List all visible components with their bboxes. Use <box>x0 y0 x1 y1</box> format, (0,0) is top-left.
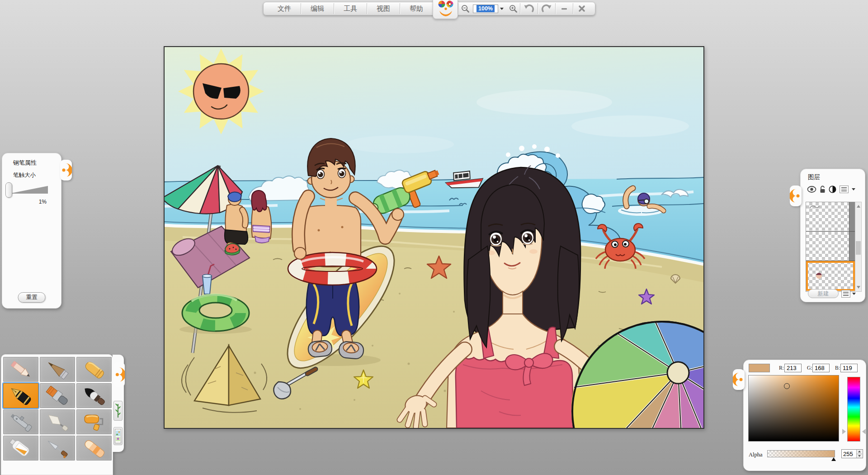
menu-edit[interactable]: 编辑 <box>301 2 334 15</box>
brush-size-label: 笔触大小 <box>13 171 36 179</box>
layer-menu-button[interactable] <box>840 185 849 193</box>
layers-bottom-menu-caret[interactable] <box>852 293 856 295</box>
new-layer-button[interactable]: 新建 <box>808 289 839 298</box>
close-icon <box>578 5 586 13</box>
green-input[interactable] <box>812 364 830 372</box>
alpha-marker[interactable] <box>831 457 836 461</box>
layer-list <box>806 202 855 292</box>
layer-scrollbar[interactable] <box>855 202 862 292</box>
menu-file[interactable]: 文件 <box>268 2 301 15</box>
panel-ear-tab[interactable] <box>60 160 72 180</box>
watermelon-slice <box>225 243 240 255</box>
menu-view[interactable]: 视图 <box>367 2 400 15</box>
brush-fountain-pen[interactable] <box>3 383 38 408</box>
panel-ear-tab[interactable] <box>733 369 745 390</box>
app-logo <box>433 2 458 15</box>
redo-button[interactable] <box>538 3 555 14</box>
brush-size-value: 1% <box>30 199 47 205</box>
menu-tools[interactable]: 工具 <box>334 2 367 15</box>
layer-item-3-selected[interactable] <box>806 261 855 291</box>
reset-button[interactable]: 重置 <box>18 292 46 303</box>
opacity-contrast-icon[interactable] <box>829 185 836 193</box>
brush-paint-roller[interactable] <box>76 409 112 434</box>
brush-palette-knife[interactable] <box>40 409 75 434</box>
plant-icon <box>115 403 121 419</box>
cloud <box>571 115 689 137</box>
scroll-up-arrow[interactable] <box>857 205 860 208</box>
zoom-out-icon <box>461 5 470 13</box>
color-picker-panel: R: G: B: Alpha <box>743 360 866 471</box>
red-input[interactable] <box>784 364 802 372</box>
brush-size-slider-handle[interactable] <box>5 182 12 198</box>
layers-panel-title: 图层 <box>808 173 820 181</box>
layer-scribble <box>809 204 820 210</box>
zoom-in-icon <box>509 5 518 13</box>
alpha-spin-up[interactable] <box>857 450 862 454</box>
brush-size-slider[interactable] <box>9 186 48 194</box>
visibility-eye-icon[interactable] <box>807 186 816 193</box>
green-label: G: <box>807 365 812 370</box>
brush-side-strip <box>113 355 124 452</box>
girl-hair-left-lock <box>467 246 491 347</box>
layers-bottom-menu-button[interactable] <box>841 290 850 298</box>
pen-properties-panel: 钢笔属性 笔触大小 1% 重置 <box>2 153 61 309</box>
layer-item-2[interactable] <box>806 232 855 261</box>
brush-palette-panel <box>1 354 113 475</box>
lock-icon[interactable] <box>820 185 826 193</box>
brush-liner-brush[interactable] <box>40 436 75 461</box>
brush-airbrush[interactable] <box>3 409 38 434</box>
brush-grid <box>3 357 112 461</box>
layers-panel: 图层 新建 <box>800 169 865 302</box>
green-swim-ring <box>179 295 252 334</box>
hue-arrow-right[interactable] <box>862 429 866 434</box>
brush-crayon[interactable] <box>76 357 112 382</box>
zoom-level-field[interactable]: 100% <box>473 5 498 13</box>
brush-flat-brush[interactable] <box>40 383 75 408</box>
brush-eraser[interactable] <box>76 436 112 461</box>
menu-help[interactable]: 帮助 <box>400 2 433 15</box>
zoom-level-value: 100% <box>476 5 495 12</box>
alpha-slider[interactable] <box>767 450 835 457</box>
cloud <box>476 90 612 115</box>
alpha-input[interactable] <box>842 450 856 458</box>
pen-panel-title: 钢笔属性 <box>13 159 37 167</box>
panel-ear-tab[interactable] <box>790 185 802 206</box>
main-toolbar: 文件 编辑 工具 视图 帮助 100% <box>263 2 595 15</box>
alpha-value-box <box>841 449 863 458</box>
zoom-out-button[interactable] <box>458 3 472 14</box>
layer-item-1[interactable] <box>806 202 855 232</box>
clown-logo-icon <box>433 0 458 19</box>
scroll-down-arrow[interactable] <box>857 286 860 289</box>
close-button[interactable] <box>573 3 590 14</box>
hue-slider[interactable] <box>847 377 860 442</box>
zoom-dropdown-caret[interactable] <box>500 8 504 10</box>
blue-input[interactable] <box>840 364 858 372</box>
brush-ink-brush[interactable] <box>76 383 112 408</box>
layer-controls <box>807 185 855 193</box>
brush-sharp-pencil[interactable] <box>3 357 38 382</box>
minimize-button[interactable] <box>556 3 573 14</box>
saturation-value-picker[interactable] <box>748 375 839 442</box>
layer-menu-caret[interactable] <box>852 188 855 190</box>
brush-wood-pencil[interactable] <box>40 357 75 382</box>
blue-label: B: <box>835 365 840 370</box>
zoom-in-button[interactable] <box>506 3 520 14</box>
panel-ear-tab[interactable] <box>114 362 125 387</box>
layer-thumbnail-face <box>816 273 822 279</box>
brush-paint-tube[interactable] <box>3 436 38 461</box>
red-label: R: <box>779 365 784 370</box>
plant-stamp-button[interactable] <box>113 401 123 421</box>
picture-stamp-button[interactable] <box>113 427 123 445</box>
redo-icon <box>541 4 552 14</box>
canvas-painting[interactable] <box>164 46 704 429</box>
scroll-thumb[interactable] <box>856 241 861 255</box>
hue-arrow-left[interactable] <box>842 429 846 434</box>
beach-scene <box>165 47 703 428</box>
undo-button[interactable] <box>520 3 538 14</box>
alpha-label: Alpha <box>749 451 763 458</box>
sv-cursor[interactable] <box>784 383 790 389</box>
picture-icon <box>115 429 121 443</box>
alpha-spinner <box>856 450 862 458</box>
current-color-swatch <box>749 364 770 372</box>
alpha-spin-down[interactable] <box>857 454 862 458</box>
